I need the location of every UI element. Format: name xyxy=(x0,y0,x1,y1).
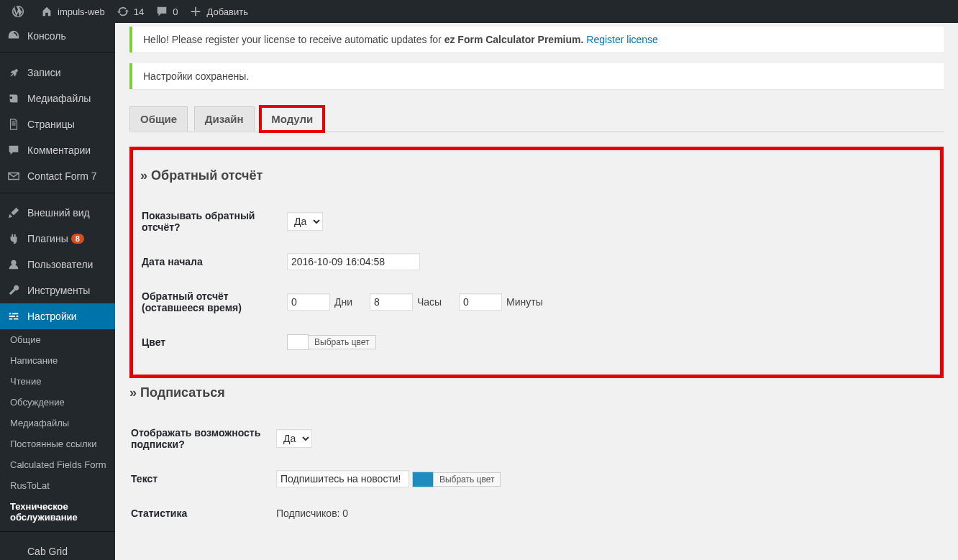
dashboard-icon xyxy=(7,29,22,43)
plugins-badge: 8 xyxy=(71,234,84,244)
subscribe-text-input[interactable] xyxy=(276,470,409,487)
saved-text: Настройки сохранены. xyxy=(143,70,249,82)
saved-notice: Настройки сохранены. xyxy=(129,63,944,89)
sidebar-item-tools[interactable]: Инструменты xyxy=(0,277,115,303)
sidebar-item-posts[interactable]: Записи xyxy=(0,60,115,86)
sidebar-item-settings[interactable]: Настройки xyxy=(0,303,115,329)
subscribe-title: » Подписаться xyxy=(129,385,944,400)
show-subscribe-select[interactable]: Да xyxy=(276,429,312,448)
sidebar-item-comments[interactable]: Комментарии xyxy=(0,137,115,163)
sub-permalinks[interactable]: Постоянные ссылки xyxy=(0,433,115,454)
sidebar-item-label: Инструменты xyxy=(27,285,90,296)
start-date-input[interactable] xyxy=(287,253,420,270)
plug-icon xyxy=(7,231,22,246)
tab-design[interactable]: Дизайн xyxy=(194,106,255,131)
sidebar-item-label: Страницы xyxy=(27,119,75,130)
sidebar-item-label: Комментарии xyxy=(27,144,91,156)
sidebar-item-label: Медиафайлы xyxy=(27,93,91,104)
hours-label: Часы xyxy=(417,296,442,308)
sidebar-item-media[interactable]: Медиафайлы xyxy=(0,86,115,111)
license-pre: Hello! Please register your license to r… xyxy=(143,34,444,45)
stats-value: Подписчиков: 0 xyxy=(276,508,348,519)
add-new-text: Добавить xyxy=(206,6,247,17)
sidebar-item-cabgrid[interactable]: Cab Grid xyxy=(0,538,115,560)
comments-icon xyxy=(7,143,22,157)
sidebar-item-label: Плагины xyxy=(27,233,68,244)
show-subscribe-label: Отображать возможность подписки? xyxy=(131,416,275,461)
mins-label: Минуты xyxy=(506,296,543,308)
start-date-label: Дата начала xyxy=(142,245,286,278)
sub-discussion[interactable]: Обсуждение xyxy=(0,392,115,413)
sidebar-item-label: Консоль xyxy=(27,30,66,42)
sidebar-item-dashboard[interactable]: Консоль xyxy=(0,23,115,49)
media-icon xyxy=(7,91,22,106)
days-input[interactable] xyxy=(287,293,330,311)
pages-icon xyxy=(7,117,22,132)
sub-cff[interactable]: Calculated Fields Form xyxy=(0,454,115,475)
subscribe-text-label: Текст xyxy=(131,462,275,495)
updates-count: 14 xyxy=(134,6,144,17)
sliders-icon xyxy=(7,309,22,323)
site-name-link[interactable]: impuls-web xyxy=(35,0,111,23)
site-name-text: impuls-web xyxy=(58,6,105,17)
sidebar-item-label: Настройки xyxy=(27,311,77,322)
license-bold: ez Form Calculator Premium. xyxy=(444,34,584,45)
sidebar-item-label: Записи xyxy=(27,67,60,78)
license-notice: Hello! Please register your license to r… xyxy=(129,27,944,52)
pin-icon xyxy=(7,65,22,80)
sub-writing[interactable]: Написание xyxy=(0,350,115,371)
mins-input[interactable] xyxy=(459,293,502,311)
sidebar-item-label: Внешний вид xyxy=(27,207,90,219)
countdown-title: » Обратный отсчёт xyxy=(140,168,933,183)
add-new-link[interactable]: Добавить xyxy=(183,0,253,23)
comments-link[interactable]: 0 xyxy=(150,0,183,23)
sidebar-item-label: Пользователи xyxy=(27,259,93,270)
color-label: Цвет xyxy=(142,326,286,359)
sidebar-item-plugins[interactable]: Плагины8 xyxy=(0,226,115,252)
wrench-icon xyxy=(7,283,22,298)
sub-rustolat[interactable]: RusToLat xyxy=(0,475,115,496)
tab-modules[interactable]: Модули xyxy=(260,106,324,132)
sub-general[interactable]: Общие xyxy=(0,329,115,350)
subscribe-color-swatch[interactable] xyxy=(412,472,434,487)
show-countdown-label: Показывать обратный отсчёт? xyxy=(142,199,286,244)
sidebar-item-appearance[interactable]: Внешний вид xyxy=(0,200,115,226)
register-license-link[interactable]: Register license xyxy=(586,34,658,45)
show-countdown-select[interactable]: Да xyxy=(287,212,323,231)
user-icon xyxy=(7,257,22,272)
stats-label: Статистика xyxy=(131,497,275,530)
wp-logo-icon[interactable] xyxy=(6,0,35,23)
brush-icon xyxy=(7,206,22,220)
sub-media[interactable]: Медиафайлы xyxy=(0,413,115,433)
remaining-label: Обратный отсчёт (оставшееся время) xyxy=(142,280,286,324)
sidebar-item-cf7[interactable]: Contact Form 7 xyxy=(0,163,115,189)
mail-icon xyxy=(7,169,22,183)
updates-link[interactable]: 14 xyxy=(111,0,150,23)
sidebar-item-label: Cab Grid xyxy=(27,546,68,557)
sidebar-item-users[interactable]: Пользователи xyxy=(0,252,115,277)
tab-general[interactable]: Общие xyxy=(129,106,188,131)
sidebar-item-pages[interactable]: Страницы xyxy=(0,111,115,137)
subscribe-choose-color-button[interactable]: Выбрать цвет xyxy=(433,472,501,487)
days-label: Дни xyxy=(334,296,352,308)
sub-maintenance[interactable]: Техническое обслуживание xyxy=(0,496,115,528)
sub-reading[interactable]: Чтение xyxy=(0,371,115,392)
choose-color-button[interactable]: Выбрать цвет xyxy=(308,335,376,349)
sidebar-item-label: Contact Form 7 xyxy=(27,170,96,182)
comments-count: 0 xyxy=(173,6,178,17)
hours-input[interactable] xyxy=(370,293,413,311)
color-swatch[interactable] xyxy=(287,334,309,350)
countdown-section-highlight: » Обратный отсчёт Показывать обратный от… xyxy=(129,147,944,378)
